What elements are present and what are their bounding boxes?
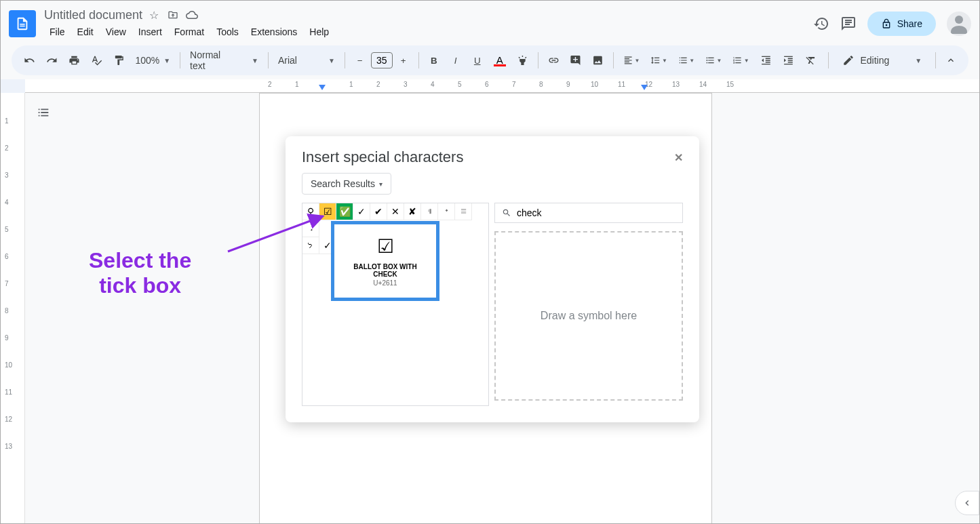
char-result[interactable]: 𝄚 — [455, 203, 472, 220]
search-box — [494, 203, 683, 223]
collapse-toolbar-button[interactable] — [941, 51, 960, 70]
avatar[interactable] — [947, 12, 971, 36]
text-color-button[interactable]: A — [490, 53, 510, 68]
char-result[interactable]: ✓ — [353, 203, 370, 220]
clear-formatting-button[interactable] — [801, 51, 821, 70]
format-paint-button[interactable] — [109, 51, 129, 70]
side-panel-toggle[interactable] — [955, 491, 979, 515]
char-tooltip: ☑ BALLOT BOX WITH CHECK U+2611 — [331, 221, 439, 301]
print-button[interactable] — [64, 51, 84, 70]
cloud-icon[interactable] — [186, 9, 198, 21]
comments-icon[interactable] — [840, 16, 857, 32]
star-icon[interactable]: ☆ — [148, 9, 160, 21]
svg-marker-1 — [319, 85, 326, 90]
share-button[interactable]: Share — [867, 12, 936, 36]
char-result[interactable]: 𝄇 — [421, 203, 438, 220]
menu-insert[interactable]: Insert — [133, 24, 168, 40]
insert-image-button[interactable] — [588, 51, 608, 70]
spellcheck-button[interactable] — [87, 51, 106, 70]
tooltip-name: BALLOT BOX WITH CHECK — [345, 263, 425, 278]
style-select[interactable]: Normal text ▼ — [186, 47, 262, 74]
checklist-button[interactable]: ▼ — [674, 51, 699, 70]
draw-symbol-area[interactable]: Draw a symbol here — [494, 231, 683, 401]
undo-button[interactable] — [20, 51, 39, 70]
line-spacing-button[interactable]: ▼ — [646, 51, 671, 70]
outline-toggle-button[interactable] — [32, 101, 55, 127]
search-input[interactable] — [517, 207, 675, 218]
menu-file[interactable]: File — [44, 24, 71, 40]
dialog-title: Insert special characters — [302, 148, 463, 166]
menu-tools[interactable]: Tools — [211, 24, 244, 40]
header: Untitled document ☆ File Edit View Inser… — [1, 1, 979, 41]
special-characters-dialog: Insert special characters ✕ Search Resul… — [286, 136, 699, 422]
menu-bar: File Edit View Insert Format Tools Exten… — [44, 24, 813, 40]
bullet-list-button[interactable]: ▼ — [701, 51, 726, 70]
horizontal-ruler[interactable]: 2 1 1 2 3 4 5 6 7 8 9 10 11 12 13 14 15 — [25, 79, 979, 93]
align-button[interactable]: ▼ — [619, 51, 644, 70]
editing-mode-button[interactable]: Editing ▼ — [834, 50, 930, 70]
vertical-ruler[interactable]: 1 2 3 4 5 6 7 8 9 10 11 12 13 — [1, 93, 25, 524]
decrease-indent-button[interactable] — [756, 51, 776, 70]
menu-edit[interactable]: Edit — [72, 24, 99, 40]
add-comment-button[interactable] — [566, 51, 585, 70]
underline-button[interactable]: U — [468, 51, 487, 70]
toolbar: 100% ▼ Normal text ▼ Arial ▼ − + B I U A… — [12, 45, 968, 75]
search-results-dropdown[interactable]: Search Results ▾ — [302, 173, 391, 195]
font-size-increase[interactable]: + — [394, 51, 413, 70]
annotation-arrow — [224, 211, 333, 258]
font-size-decrease[interactable]: − — [351, 51, 370, 70]
zoom-select[interactable]: 100% ▼ — [131, 52, 174, 68]
char-result[interactable]: ✅ — [336, 203, 353, 220]
redo-button[interactable] — [42, 51, 62, 70]
annotation-text: Select the tick box — [89, 248, 191, 298]
menu-help[interactable]: Help — [304, 24, 334, 40]
share-label: Share — [897, 18, 922, 29]
history-icon[interactable] — [813, 16, 829, 32]
tooltip-char: ☑ — [345, 235, 425, 258]
font-size-input[interactable] — [371, 52, 393, 68]
char-result[interactable]: 𝄌 — [438, 203, 455, 220]
char-result[interactable]: ✔ — [370, 203, 387, 220]
move-icon[interactable] — [167, 9, 179, 21]
svg-line-4 — [228, 216, 323, 251]
docs-logo[interactable] — [9, 10, 36, 37]
tooltip-code: U+2611 — [345, 279, 425, 287]
link-button[interactable] — [544, 51, 564, 70]
svg-marker-2 — [641, 85, 648, 90]
svg-point-0 — [955, 16, 963, 24]
increase-indent-button[interactable] — [779, 51, 798, 70]
char-result[interactable]: ✕ — [387, 203, 404, 220]
title-area: Untitled document ☆ File Edit View Inser… — [44, 8, 813, 40]
close-icon[interactable]: ✕ — [674, 151, 683, 164]
italic-button[interactable]: I — [446, 51, 465, 70]
font-select[interactable]: Arial ▼ — [274, 52, 339, 68]
char-result[interactable]: ✘ — [404, 203, 421, 220]
highlight-button[interactable] — [513, 51, 532, 70]
bold-button[interactable]: B — [425, 51, 444, 70]
search-icon — [502, 208, 511, 218]
menu-format[interactable]: Format — [169, 24, 210, 40]
numbered-list-button[interactable]: ▼ — [728, 51, 753, 70]
document-title[interactable]: Untitled document — [44, 8, 142, 22]
menu-extensions[interactable]: Extensions — [246, 24, 302, 40]
menu-view[interactable]: View — [100, 24, 132, 40]
